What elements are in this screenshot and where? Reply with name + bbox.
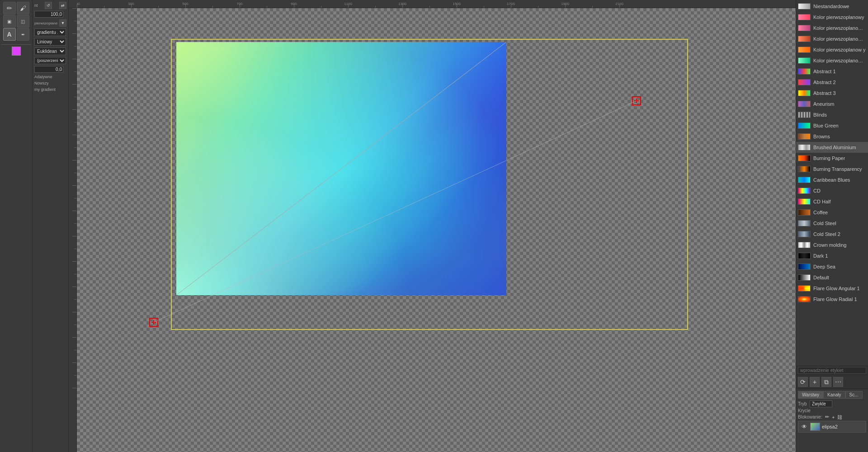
gradient-item-default[interactable]: Default (796, 272, 868, 283)
gradient-name-abstract-1: Abstract 1 (813, 69, 836, 74)
lock-pencil-icon[interactable]: ✏ (825, 414, 829, 420)
tool-group-color (12, 47, 21, 56)
lock-chain-icon[interactable]: ⛓ (837, 414, 842, 420)
opt-reset-btn[interactable]: ↺ (45, 2, 52, 9)
opt-row-row: Nowszy (34, 81, 66, 85)
gradient-preview-aneurism (798, 101, 811, 107)
gradient-item-cd[interactable]: CD (796, 185, 868, 196)
tool-clone[interactable]: ◫ (17, 15, 29, 28)
gradient-item-cold-steel[interactable]: Cold Steel (796, 218, 868, 229)
layers-copy-btn[interactable]: ⧉ (821, 377, 831, 387)
gradient-item-niestandardowe[interactable]: Niestandardowe (796, 1, 868, 12)
gradient-preview-burning-paper (798, 155, 811, 161)
foreground-color[interactable] (12, 47, 21, 56)
gradient-item-caribbean-blues[interactable]: Caribbean Blues (796, 174, 868, 185)
gradient-item-abstract-2[interactable]: Abstract 2 (796, 77, 868, 88)
spread-select[interactable]: (poszerzenie) (34, 57, 66, 64)
tool-paint[interactable]: 🖌 (17, 2, 29, 14)
tool-dropper[interactable]: ✒ (17, 28, 29, 41)
tab-paths[interactable]: Sc... (845, 391, 863, 399)
gradient-name-deep-sea: Deep Sea (813, 264, 835, 269)
layers-opacity-row: Krycie (798, 408, 866, 413)
gradient-item-dark-1[interactable]: Dark 1 (796, 250, 868, 261)
opt-row-gradient: gradientu ... (34, 28, 66, 36)
gradient-item-cold-steel-2[interactable]: Cold Steel 2 (796, 229, 868, 240)
gradient-item-blue-green[interactable]: Blue Green (796, 120, 868, 131)
gradient-name-cd: CD (813, 188, 821, 193)
canvas-viewport[interactable] (77, 8, 796, 452)
svg-line-0 (176, 42, 506, 295)
layers-mode-row: Tryb Zwykle (798, 400, 866, 407)
tab-layers[interactable]: Warstwy (798, 391, 823, 399)
gradient-name-cd-half: CD Half (813, 199, 831, 204)
layers-refresh-btn[interactable]: ⟳ (798, 377, 808, 387)
gradient-preview-dark-1 (798, 253, 811, 259)
gradient-item-blinds[interactable]: Blinds (796, 109, 868, 120)
spread-value-input[interactable] (34, 66, 63, 73)
adaptive-label: Adatywne (34, 75, 52, 79)
ruler-top-inner: 100300500700900110013001500170019002100 (77, 2, 796, 8)
opt-row-value (34, 11, 66, 18)
tool-eraser[interactable]: ▣ (3, 15, 16, 28)
tool-text[interactable]: A (3, 28, 16, 41)
gradient-item-flare-angular-1[interactable]: Flare Glow Angular 1 (796, 283, 868, 294)
gradient-name-kolor-5: Kolor pierwszoplanowy → (813, 58, 866, 63)
options-panel: nt ↺ ⇄ pierwszoplane ▼ gradientu ... Lin… (33, 0, 69, 452)
gradient-item-kolor-1[interactable]: Kolor pierwszoplanowy (796, 12, 868, 23)
gradient-select[interactable]: gradientu ... (34, 28, 66, 36)
lock-label: Blokowanie: (798, 414, 822, 419)
gradient-item-kolor-5[interactable]: Kolor pierwszoplanowy → (796, 55, 868, 66)
label-input[interactable] (798, 367, 866, 374)
opt-swap-btn[interactable]: ⇄ (59, 2, 66, 9)
layer-thumbnail (810, 423, 820, 431)
layer-visibility-toggle[interactable]: 👁 (800, 423, 808, 431)
gradient-item-burning-paper[interactable]: Burning Paper (796, 153, 868, 164)
opt-row-firstplane: pierwszoplane ▼ (34, 19, 66, 27)
gradient-item-abstract-3[interactable]: Abstract 3 (796, 88, 868, 99)
gradient-preview-burning-transparency (798, 166, 811, 172)
gradient-preview-kolor-2 (798, 25, 811, 31)
lock-plus-icon[interactable]: + (832, 414, 835, 420)
layers-panel: Warstwy Kanały Sc... Tryb Zwykle Krycie … (796, 389, 868, 452)
layers-more-btn[interactable]: ⋯ (833, 377, 843, 387)
gradient-item-kolor-2[interactable]: Kolor pierwszoplanowy → (796, 23, 868, 33)
gradient-item-abstract-1[interactable]: Abstract 1 (796, 66, 868, 77)
gradient-preview-kolor-3 (798, 36, 811, 42)
gradient-item-browns[interactable]: Browns (796, 131, 868, 142)
gradient-name-kolor-4: Kolor pierwszoplanow y (813, 47, 866, 52)
gradient-preview-flare-radial-1 (798, 296, 811, 302)
opt-row-blend: nt ↺ ⇄ (34, 2, 66, 9)
tool-pencil[interactable]: ✏ (3, 2, 16, 14)
firstplane-btn[interactable]: ▼ (59, 19, 66, 27)
gradient-item-flare-radial-1[interactable]: Flare Glow Radial 1 (796, 294, 868, 305)
opt-row-linear: Liniowy (34, 38, 66, 46)
value-input[interactable] (34, 11, 63, 18)
linear-select[interactable]: Liniowy (34, 38, 66, 46)
red-marker-start[interactable] (149, 318, 158, 327)
red-marker-end[interactable] (632, 96, 641, 105)
blend-label: nt (34, 3, 38, 8)
opacity-label: Krycie (798, 408, 811, 413)
gradient-preview-cold-steel (798, 220, 811, 226)
gradient-preview-cold-steel-2 (798, 231, 811, 237)
gradient-name-kolor-3: Kolor pierwszoplanowy → (813, 36, 866, 42)
gradient-name-browns: Browns (813, 134, 830, 139)
euclidean-select[interactable]: Euklidean (34, 47, 66, 55)
tab-channels[interactable]: Kanały (823, 391, 845, 399)
gradient-item-burning-transparency[interactable]: Burning Transparency (796, 164, 868, 174)
gradient-item-crown-molding[interactable]: Crown molding (796, 240, 868, 250)
gradient-item-kolor-3[interactable]: Kolor pierwszoplanowy → (796, 33, 868, 44)
layers-add-btn[interactable]: + (810, 377, 820, 387)
mode-value[interactable]: Zwykle (810, 400, 832, 407)
gradient-preview-brushed-aluminium (798, 144, 811, 151)
gradient-name-caribbean-blues: Caribbean Blues (813, 177, 850, 183)
gradient-item-deep-sea[interactable]: Deep Sea (796, 261, 868, 272)
gradient-item-cd-half[interactable]: CD Half (796, 196, 868, 207)
layer-row-ellipse[interactable]: 👁 elipsa2 (798, 421, 866, 433)
gradient-item-kolor-4[interactable]: Kolor pierwszoplanow y (796, 44, 868, 55)
gradient-item-brushed-aluminium[interactable]: Brushed Aluminium (796, 142, 868, 153)
label-input-area (796, 366, 868, 375)
gradient-item-coffee[interactable]: Coffee (796, 207, 868, 218)
gradient-item-aneurism[interactable]: Aneurism (796, 99, 868, 109)
gradient-preview-coffee (798, 209, 811, 216)
